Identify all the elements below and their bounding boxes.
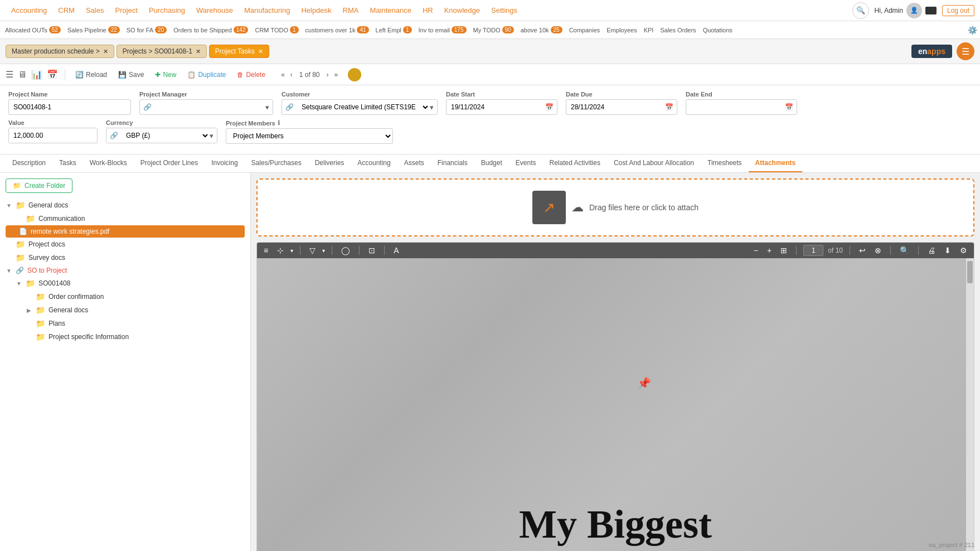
view-card-icon[interactable]: 🖥 — [18, 70, 27, 80]
second-nav-above10k[interactable]: above 10k 25 — [518, 26, 565, 33]
tree-item-so001408[interactable]: ▼ 📁 SO001408 — [16, 277, 245, 290]
view-chart-icon[interactable]: 📊 — [31, 69, 42, 80]
tree-item-order-confirm[interactable]: 📁 Order confirmation — [26, 290, 245, 303]
currency-dropdown-icon[interactable]: ▾ — [210, 132, 217, 140]
delete-button[interactable]: 🗑 Delete — [234, 69, 269, 80]
project-name-input[interactable] — [8, 99, 131, 115]
second-nav-allocated[interactable]: Allocated OUTs 52 — [3, 26, 63, 33]
save-button[interactable]: 💾 Save — [115, 69, 147, 80]
second-nav-invemail[interactable]: Inv to email 175 — [416, 26, 469, 33]
date-due-calendar-icon[interactable]: 📅 — [662, 103, 677, 111]
nav-knowledge[interactable]: Knowledge — [439, 0, 486, 21]
duplicate-button[interactable]: 📋 Duplicate — [184, 69, 229, 80]
color-picker-button[interactable] — [348, 68, 361, 81]
second-nav-mytodo[interactable]: My TODO 90 — [471, 26, 516, 33]
date-end-input[interactable] — [686, 101, 782, 113]
tree-item-survey-docs[interactable]: 📁 Survey docs — [6, 251, 245, 264]
tree-toggle-so[interactable]: ▼ — [6, 268, 12, 274]
tree-item-so-project[interactable]: ▼ 🔗 SO to Project — [6, 264, 245, 277]
file-link-icon-box[interactable]: ↗ — [532, 191, 566, 224]
date-due-input[interactable] — [566, 101, 662, 113]
tab-accounting[interactable]: Accounting — [351, 154, 397, 172]
tree-toggle-gd2[interactable]: ▶ — [26, 307, 32, 313]
pdf-scrollbar[interactable] — [966, 258, 974, 551]
prev-record-button[interactable]: ‹ — [288, 70, 295, 80]
nav-rma[interactable]: RMA — [337, 0, 365, 21]
breadcrumb-tab-0[interactable]: Master production schedule > ✕ — [6, 45, 114, 58]
tree-item-project-docs[interactable]: 📁 Project docs — [6, 238, 245, 251]
breadcrumb-tab-2[interactable]: Project Tasks ✕ — [209, 45, 269, 58]
nav-sales[interactable]: Sales — [80, 0, 110, 21]
tab-events[interactable]: Events — [509, 154, 543, 172]
nav-crm[interactable]: CRM — [52, 0, 80, 21]
tab-order-lines[interactable]: Project Order Lines — [134, 154, 205, 172]
settings-gear-icon[interactable]: ⚙️ — [968, 26, 977, 35]
tab-attachments[interactable]: Attachments — [749, 154, 803, 172]
tab-budget[interactable]: Budget — [474, 154, 509, 172]
tab-workblocks[interactable]: Work-Blocks — [83, 154, 134, 172]
date-end-calendar-icon[interactable]: 📅 — [782, 103, 797, 111]
tab-sales-purchases[interactable]: Sales/Purchases — [245, 154, 308, 172]
pdf-download-btn[interactable]: ⬇ — [942, 245, 953, 256]
search-button[interactable]: 🔍 — [852, 2, 869, 19]
breadcrumb-tab-1[interactable]: Projects > SO001408-1 ✕ — [117, 45, 207, 58]
tab-deliveries[interactable]: Deliveries — [308, 154, 351, 172]
breadcrumb-close-0[interactable]: ✕ — [103, 48, 108, 55]
breadcrumb-close-1[interactable]: ✕ — [196, 48, 201, 55]
date-start-input[interactable] — [447, 101, 542, 113]
nav-manufacturing[interactable]: Manufacturing — [239, 0, 295, 21]
pdf-minus-btn[interactable]: − — [751, 245, 760, 256]
pdf-select-btn[interactable]: ▽ — [307, 245, 318, 256]
tab-assets[interactable]: Assets — [397, 154, 431, 172]
pdf-split-btn[interactable]: ⊡ — [366, 245, 377, 256]
tree-item-general-docs-2[interactable]: ▶ 📁 General docs — [26, 303, 245, 317]
pdf-cursor-dropdown-icon[interactable]: ▾ — [290, 248, 293, 254]
second-nav-pipeline[interactable]: Sales Pipeline 22 — [65, 26, 122, 33]
pdf-fit-btn[interactable]: ⊞ — [778, 245, 789, 256]
next-record-button[interactable]: › — [324, 70, 331, 80]
tree-item-general-docs[interactable]: ▼ 📁 General docs — [6, 199, 245, 212]
create-folder-button[interactable]: 📁 Create Folder — [6, 178, 72, 193]
hamburger-button[interactable]: ☰ — [957, 42, 974, 60]
upload-zone[interactable]: ↗ ☁ Drag files here or click to attach — [256, 178, 974, 236]
breadcrumb-close-2[interactable]: ✕ — [258, 48, 263, 55]
tab-related-activities[interactable]: Related Activities — [543, 154, 607, 172]
second-nav-employees[interactable]: Employees — [604, 27, 639, 33]
pdf-stamp-btn[interactable]: ⊗ — [872, 245, 884, 256]
view-list-icon[interactable]: ☰ — [6, 69, 13, 80]
pdf-select-dropdown-icon[interactable]: ▾ — [322, 248, 325, 254]
project-manager-input[interactable] — [155, 101, 265, 113]
pdf-page-input[interactable] — [803, 245, 823, 256]
pdf-settings-btn[interactable]: ⚙ — [958, 245, 969, 256]
reload-button[interactable]: 🔄 Reload — [72, 69, 110, 80]
nav-project[interactable]: Project — [109, 0, 143, 21]
date-start-calendar-icon[interactable]: 📅 — [542, 103, 557, 111]
view-calendar-icon[interactable]: 📅 — [47, 69, 58, 80]
first-record-button[interactable]: « — [279, 70, 287, 80]
last-record-button[interactable]: » — [332, 70, 341, 80]
nav-maintenance[interactable]: Maintenance — [364, 0, 416, 21]
second-nav-orders[interactable]: Orders to be Shipped 142 — [171, 26, 250, 33]
pdf-plus-btn[interactable]: + — [765, 245, 774, 256]
tab-invoicing[interactable]: Invoicing — [205, 154, 244, 172]
second-nav-quotations[interactable]: Quotations — [701, 27, 735, 33]
pdf-eraser-btn[interactable]: ◯ — [339, 245, 352, 256]
currency-select[interactable]: GBP (£) — [122, 129, 210, 142]
tree-item-project-info[interactable]: 📁 Project specific Information — [26, 330, 245, 344]
pdf-print-btn[interactable]: 🖨 — [925, 245, 938, 256]
customer-select[interactable]: Setsquare Creative Limited (SETS19E — [297, 100, 430, 114]
pdf-undo-btn[interactable]: ↩ — [857, 245, 868, 256]
second-nav-salesorders[interactable]: Sales Orders — [658, 27, 698, 33]
second-nav-sofa[interactable]: SO for FA 20 — [124, 26, 169, 33]
nav-warehouse[interactable]: Warehouse — [191, 0, 239, 21]
logout-button[interactable]: Log out — [942, 5, 974, 16]
tree-toggle-general[interactable]: ▼ — [6, 202, 12, 209]
tab-financials[interactable]: Financials — [431, 154, 474, 172]
second-nav-leftempl[interactable]: Left Empl 1 — [373, 26, 414, 33]
tree-item-pdf[interactable]: 📄 remote work strategies.pdf — [6, 225, 245, 238]
nav-settings[interactable]: Settings — [486, 0, 523, 21]
nav-hr[interactable]: HR — [417, 0, 439, 21]
tree-toggle-so001408[interactable]: ▼ — [16, 281, 22, 287]
new-button[interactable]: ✚ New — [152, 69, 179, 80]
nav-helpdesk[interactable]: Helpdesk — [295, 0, 337, 21]
